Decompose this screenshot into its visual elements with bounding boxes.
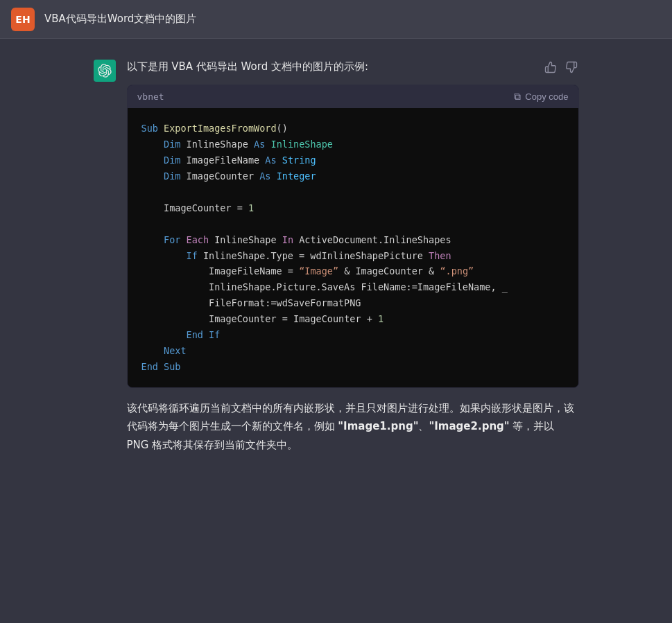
thumbdown-button[interactable] — [564, 60, 579, 75]
message-intro: 以下是用 VBA 代码导出 Word 文档中的图片的示例: — [127, 58, 579, 75]
code-content: Sub ExportImagesFromWord() Dim InlineSha… — [128, 108, 578, 387]
page-title: VBA代码导出Word文档中的图片 — [44, 12, 196, 26]
reaction-buttons — [543, 60, 579, 75]
app-header: EH VBA代码导出Word文档中的图片 — [0, 0, 672, 39]
chatgpt-logo-icon — [98, 64, 112, 78]
code-block-header: vbnet ⧉ Copy code — [128, 85, 578, 108]
copy-code-button[interactable]: ⧉ Copy code — [514, 91, 568, 103]
thumbup-icon — [544, 61, 557, 73]
thumbdown-icon — [565, 61, 578, 73]
chat-message: 以下是用 VBA 代码导出 Word 文档中的图片的示例: vbnet ⧉ Co… — [94, 58, 579, 454]
code-language: vbnet — [137, 91, 164, 102]
copy-icon: ⧉ — [514, 91, 521, 103]
message-body: 以下是用 VBA 代码导出 Word 文档中的图片的示例: vbnet ⧉ Co… — [127, 58, 579, 454]
code-block-container: vbnet ⧉ Copy code Sub ExportImagesFromWo… — [127, 85, 579, 388]
footer-description: 该代码将循环遍历当前文档中的所有内嵌形状，并且只对图片进行处理。如果内嵌形状是图… — [127, 399, 579, 454]
thumbup-button[interactable] — [543, 60, 558, 75]
user-avatar: EH — [11, 8, 35, 31]
main-content: 以下是用 VBA 代码导出 Word 文档中的图片的示例: vbnet ⧉ Co… — [52, 39, 621, 490]
chatgpt-avatar — [94, 60, 116, 82]
